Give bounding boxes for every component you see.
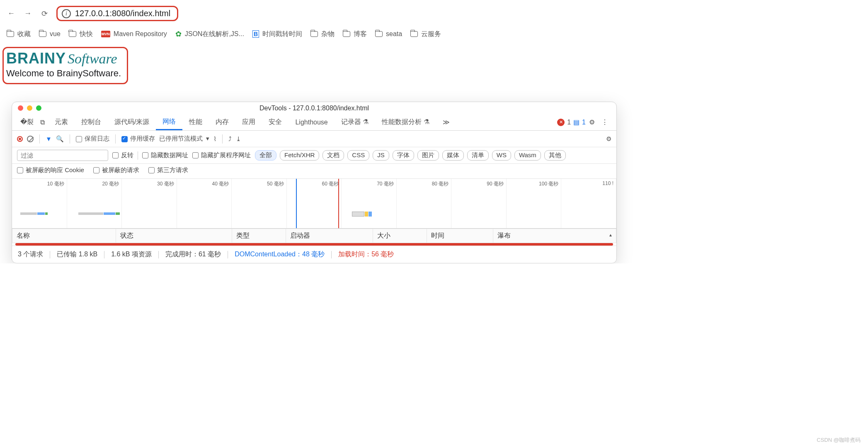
col-name[interactable]: 名称 [12, 229, 116, 243]
network-toolbar: ▼ 🔍 保留日志 停用缓存 已停用节流模式 ▾ ⌇ ⤴ ⤓ ⚙ [12, 131, 616, 147]
network-filter-bar: 反转 隐藏数据网址 隐藏扩展程序网址 全部Fetch/XHR文档CSSJS字体图… [12, 147, 616, 164]
wifi-icon[interactable]: ⌇ [213, 135, 216, 143]
tab-控制台[interactable]: 控制台 [75, 114, 108, 130]
folder-icon [69, 31, 76, 37]
filter-chip[interactable]: 文档 [322, 150, 344, 161]
browser-chrome: ← → ⟳ i 127.0.0.1:8080/index.html 收藏 vue… [0, 0, 868, 43]
invert-checkbox[interactable]: 反转 [112, 151, 133, 159]
filter-chip[interactable]: 媒体 [442, 150, 464, 161]
error-icon: ✕ [557, 119, 565, 126]
filter-chip[interactable]: 全部 [255, 150, 276, 161]
footer-load: 加载时间：56 毫秒 [338, 250, 394, 259]
filter-chip[interactable]: 图片 [417, 150, 439, 161]
hide-ext-urls-checkbox[interactable]: 隐藏扩展程序网址 [192, 151, 251, 159]
bookmark-item[interactable]: 快快 [69, 30, 93, 39]
kebab-icon[interactable]: ⋮ [598, 118, 611, 126]
page-content: BRAINY Software Welcome to BrainySoftwar… [0, 43, 868, 97]
bookmark-item[interactable]: MVNMaven Repository [101, 30, 167, 38]
footer-transferred: 已传输 1.8 kB [57, 250, 97, 259]
bookmark-item[interactable]: seata [375, 30, 402, 38]
tab-内存[interactable]: 内存 [209, 114, 235, 130]
tab-应用[interactable]: 应用 [235, 114, 262, 130]
footer-finish: 完成用时：61 毫秒 [165, 250, 221, 259]
filter-chip[interactable]: Fetch/XHR [280, 150, 319, 161]
network-table-header: 名称 状态 类型 启动器 大小 时间 瀑布 [12, 229, 616, 243]
tab-安全[interactable]: 安全 [262, 114, 289, 130]
third-party-checkbox[interactable]: 第三方请求 [148, 166, 188, 174]
filter-chip[interactable]: 清单 [467, 150, 489, 161]
tab-性能数据分析 ⚗[interactable]: 性能数据分析 ⚗ [375, 114, 436, 130]
col-time[interactable]: 时间 [427, 229, 493, 243]
search-icon[interactable]: 🔍 [56, 135, 64, 143]
bookmark-item[interactable]: ✿JSON在线解析,JS... [175, 29, 244, 39]
folder-icon [410, 31, 418, 37]
devtools-titlebar[interactable]: DevTools - 127.0.0.1:8080/index.html [12, 102, 616, 114]
filter-chip[interactable]: Wasm [514, 150, 541, 161]
settings-icon[interactable]: ⚙ [586, 118, 598, 126]
preserve-log-checkbox[interactable]: 保留日志 [76, 135, 109, 143]
bookmark-item[interactable]: 博客 [343, 30, 367, 39]
device-icon[interactable]: ⧉ [37, 119, 48, 126]
upload-har-icon[interactable]: ⤴ [228, 135, 232, 142]
brainy-logo: BRAINY Software [6, 50, 121, 67]
download-har-icon[interactable]: ⤓ [236, 135, 241, 143]
folder-icon [343, 31, 350, 37]
bookmark-item[interactable]: vue [39, 30, 61, 38]
welcome-text: Welcome to BrainySoftware. [6, 68, 121, 79]
back-button[interactable]: ← [7, 9, 16, 18]
folder-icon [39, 31, 46, 37]
address-bar[interactable]: i 127.0.0.1:8080/index.html [56, 6, 178, 21]
time-icon: B [252, 30, 259, 38]
tab-Lighthouse[interactable]: Lighthouse [289, 114, 334, 130]
timeline-overview[interactable]: 10 毫秒20 毫秒30 毫秒40 毫秒50 毫秒60 毫秒70 毫秒80 毫秒… [12, 179, 616, 229]
blocked-requests-checkbox[interactable]: 被屏蔽的请求 [93, 166, 139, 174]
bookmark-item[interactable]: 收藏 [7, 30, 31, 39]
bookmarks-bar: 收藏 vue 快快 MVNMaven Repository ✿JSON在线解析,… [7, 29, 861, 39]
zoom-dot[interactable] [36, 105, 41, 111]
json-icon: ✿ [175, 29, 182, 39]
filter-chip[interactable]: CSS [347, 150, 369, 161]
devtools-window: DevTools - 127.0.0.1:8080/index.html �裂 … [12, 102, 617, 263]
tab-记录器 ⚗[interactable]: 记录器 ⚗ [335, 114, 375, 130]
network-footer: 3 个请求 已传输 1.8 kB 1.6 kB 项资源 完成用时：61 毫秒 D… [12, 246, 616, 263]
url-text: 127.0.0.1:8080/index.html [75, 9, 170, 18]
reload-button[interactable]: ⟳ [40, 9, 49, 18]
footer-resources: 1.6 kB 项资源 [111, 250, 152, 259]
bookmark-item[interactable]: B时间戳转时间 [252, 30, 302, 39]
bookmark-item[interactable]: 杂物 [310, 30, 335, 39]
hide-data-urls-checkbox[interactable]: 隐藏数据网址 [142, 151, 188, 159]
filter-input[interactable] [17, 150, 108, 161]
col-status[interactable]: 状态 [116, 229, 232, 243]
minimize-dot[interactable] [27, 105, 32, 111]
blocked-cookies-checkbox[interactable]: 被屏蔽的响应 Cookie [17, 166, 84, 174]
inspect-icon[interactable]: �裂 [17, 118, 37, 127]
bookmark-item[interactable]: 云服务 [410, 30, 441, 39]
filter-chip[interactable]: JS [373, 150, 389, 161]
network-settings-icon[interactable]: ⚙ [606, 135, 611, 143]
footer-requests: 3 个请求 [18, 250, 43, 259]
record-button[interactable] [17, 136, 23, 142]
col-type[interactable]: 类型 [232, 229, 286, 243]
clear-button[interactable] [27, 136, 34, 142]
more-tabs-button[interactable]: ≫ [436, 114, 456, 130]
tab-源代码/来源[interactable]: 源代码/来源 [108, 114, 156, 130]
forward-button[interactable]: → [23, 9, 32, 18]
col-initiator[interactable]: 启动器 [286, 229, 373, 243]
throttling-select[interactable]: 已停用节流模式 ▾ [159, 135, 209, 143]
filter-chip[interactable]: 其他 [544, 150, 566, 161]
folder-icon [7, 31, 14, 37]
messages-badge[interactable]: ▤ 1 [573, 118, 586, 126]
filter-toggle-icon[interactable]: ▼ [46, 135, 52, 142]
close-dot[interactable] [18, 105, 23, 111]
devtools-tabs: �裂 ⧉ 元素控制台源代码/来源网络性能内存应用安全Lighthouse记录器 … [12, 114, 616, 131]
tab-元素[interactable]: 元素 [48, 114, 75, 130]
tab-网络[interactable]: 网络 [156, 114, 182, 130]
tab-性能[interactable]: 性能 [182, 114, 209, 130]
error-badge[interactable]: ✕1 [557, 119, 571, 126]
disable-cache-checkbox[interactable]: 停用缓存 [121, 135, 155, 143]
filter-chip[interactable]: WS [492, 150, 511, 161]
filter-chip[interactable]: 字体 [393, 150, 414, 161]
col-size[interactable]: 大小 [373, 229, 427, 243]
col-waterfall[interactable]: 瀑布 [493, 229, 616, 243]
site-info-icon[interactable]: i [62, 9, 71, 18]
